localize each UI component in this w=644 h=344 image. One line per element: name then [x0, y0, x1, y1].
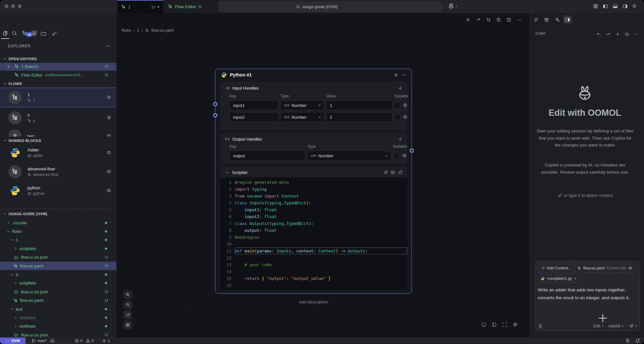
editor-more-button[interactable]	[515, 16, 522, 23]
flow-settings-button[interactable]: ⚙	[107, 115, 111, 120]
canvas-settings-button[interactable]: ⚙	[512, 321, 518, 328]
tree-item-.vscode[interactable]: .vscode	[0, 218, 116, 227]
chat-history-button[interactable]	[624, 31, 630, 37]
maximize-window-button[interactable]	[18, 4, 22, 8]
model-selector[interactable]: oopilot∨	[608, 324, 624, 328]
open-docs-button[interactable]	[390, 170, 395, 175]
chat-message-text[interactable]: Write an adder that adds two inputs toge…	[538, 286, 636, 301]
tree-item-scriptlets[interactable]: scriptlets	[0, 279, 116, 287]
eye-icon[interactable]	[628, 266, 633, 270]
chat-redo-button[interactable]	[605, 31, 611, 37]
open-editor-item[interactable]: ×1 flows/1U	[0, 62, 116, 71]
tab-flow-1[interactable]: 1 U ×	[117, 0, 163, 13]
step-back-button[interactable]	[475, 16, 482, 23]
handle-settings-button[interactable]: ⚙	[402, 153, 407, 158]
explorer-more-button[interactable]	[105, 43, 110, 49]
value-input[interactable]: 2	[326, 112, 392, 122]
open-editors-header[interactable]: OPEN EDITORS	[0, 55, 116, 63]
context-chip[interactable]: Add Context...	[538, 264, 574, 272]
shared-block-advanced-flow[interactable]: advanced-flowadvanced-flow⚙	[0, 163, 116, 181]
handle-settings-button[interactable]: ⚙	[403, 103, 407, 108]
secrets-activity-button[interactable]	[51, 29, 59, 37]
remote-ovm-button[interactable]: OVM	[0, 337, 25, 344]
tree-item-slotflows[interactable]: slotflows	[0, 322, 116, 331]
tree-item-flow.oo.yaml[interactable]: flow.oo.yamlU	[0, 296, 116, 305]
tab-close-button[interactable]: ×	[157, 5, 160, 9]
input2-connection-handle[interactable]	[213, 113, 217, 117]
tree-item-flows[interactable]: flows	[0, 227, 116, 235]
context-chip[interactable]: +scriptlet#1.py×	[538, 274, 579, 283]
flow-settings-button[interactable]: ⚙	[107, 95, 111, 100]
attach-scriptlet-button[interactable]	[383, 170, 388, 175]
minimap-button[interactable]	[124, 321, 132, 329]
flow-settings-button[interactable]: ⚙	[107, 134, 111, 137]
layout-grid-button[interactable]	[593, 4, 598, 9]
oomol-rabbit-button[interactable]	[448, 3, 454, 9]
sparkle-button[interactable]	[553, 15, 561, 24]
workspace-header[interactable]: USAGE-GUIDE [OVM]	[0, 210, 116, 218]
tree-item-scriptlets[interactable]: scriptlets	[0, 313, 116, 322]
nullable-checkbox[interactable]	[394, 102, 400, 108]
handle-settings-button[interactable]: ⚙	[403, 115, 407, 120]
code-editor[interactable]: 1#region generated meta2import typing3fr…	[220, 177, 407, 290]
flow-card-1[interactable]: 11⚙	[0, 88, 116, 107]
run-flow-button[interactable]	[465, 16, 472, 23]
chat-undo-button[interactable]	[596, 31, 602, 37]
new-chat-button[interactable]	[615, 31, 620, 37]
tree-item-a[interactable]: a	[0, 270, 116, 279]
breadcrumb-item[interactable]: 1	[137, 28, 139, 33]
folder-activity-button[interactable]	[40, 29, 47, 37]
chat-input-box[interactable]: Add Context...flow.oo.yamlCurrent file+s…	[535, 261, 640, 331]
panel-right-toggle-button[interactable]	[622, 4, 628, 9]
tree-item-scriptlets[interactable]: scriptlets	[0, 244, 116, 253]
add-description-button[interactable]: Add description	[215, 300, 412, 304]
tree-item-.flow.ui.oo.json[interactable]: { }.flow.ui.oo.jsonU	[0, 253, 116, 262]
fit-view-button[interactable]	[124, 311, 132, 319]
compare-button[interactable]	[485, 16, 492, 23]
breadcrumb-item[interactable]: flow.oo.yaml	[151, 28, 174, 33]
panel-bottom-toggle-button[interactable]	[613, 4, 618, 9]
block-settings-button[interactable]: ⚙	[107, 150, 111, 155]
explorer-activity-button[interactable]	[1, 29, 9, 37]
git-branch-button[interactable]: main*	[31, 337, 55, 344]
mode-selector[interactable]: Edit∨	[593, 324, 604, 328]
flow-card-test[interactable]: test⚙	[0, 127, 116, 137]
bell-button[interactable]	[635, 338, 640, 343]
search-activity-button[interactable]	[10, 29, 18, 37]
open-editor-item[interactable]: Flow Editorsubflows/advanced-fl...U	[0, 71, 116, 79]
shared-block-Adder[interactable]: Adderadder⚙	[0, 144, 116, 162]
remove-chip-button[interactable]: ×	[574, 276, 576, 281]
breadcrumb-item[interactable]: flows	[122, 28, 131, 33]
zoom-in-button[interactable]	[124, 290, 132, 299]
value-input[interactable]: 1	[326, 100, 392, 110]
sync-cloud-icon[interactable]	[50, 338, 55, 343]
key-input[interactable]: output	[229, 151, 305, 161]
close-editor-button[interactable]: ×	[7, 64, 14, 69]
ports-button[interactable]: 1	[102, 337, 110, 344]
settings-gear-button[interactable]: ⚙	[632, 4, 636, 9]
tab-flow-editor[interactable]: Flow Editor U	[164, 0, 218, 13]
mic-button[interactable]	[538, 323, 543, 329]
command-center-search[interactable]: usage-guide [OVM]	[191, 2, 442, 11]
panel-left-toggle-button[interactable]	[603, 4, 608, 9]
open-external-button[interactable]	[398, 170, 403, 175]
output-connection-handle[interactable]	[410, 148, 414, 153]
block-settings-button[interactable]: ⚙	[107, 169, 111, 174]
shared-blocks-header[interactable]: SHARED BLOCKS	[0, 137, 116, 145]
key-input[interactable]: input1	[229, 100, 279, 110]
context-chip[interactable]: flow.oo.yamlCurrent file	[574, 264, 636, 272]
type-select[interactable]: 123Number∨	[280, 112, 324, 122]
close-window-button[interactable]	[5, 4, 8, 8]
copy-file-button[interactable]	[495, 16, 502, 23]
type-select[interactable]: 123Number∨	[307, 151, 391, 161]
add-input-button[interactable]	[398, 86, 403, 91]
zoom-out-button[interactable]	[124, 301, 132, 309]
add-output-button[interactable]	[398, 137, 403, 142]
nullable-checkbox[interactable]	[394, 114, 400, 120]
tree-item-test[interactable]: test	[0, 305, 116, 313]
package-button[interactable]	[542, 15, 551, 24]
console-button[interactable]	[481, 321, 487, 328]
send-button[interactable]: ∨	[628, 323, 637, 329]
shared-block-python[interactable]: pythonpython⚙	[0, 182, 116, 199]
node-more-button[interactable]	[402, 73, 407, 77]
